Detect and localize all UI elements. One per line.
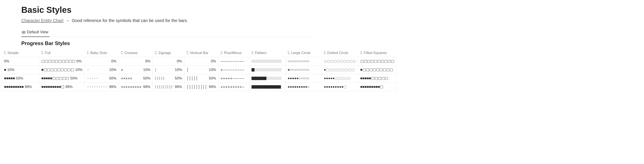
cell: ●●●●●●●●●◌ [322,83,358,91]
cell [249,83,285,91]
cell: +++++−−−−− [218,74,249,83]
table-row[interactable]: 0%▢▢▢▢▢▢▢▢▢▢ 0%0%0%0%0%−−−−−−−−−−○○○○○○○… [2,57,397,65]
cell: ⦚⦚⦚⦚⦚50% [153,74,184,83]
page-title: Basic Styles [21,5,644,15]
col-large-circle[interactable]: ΣLarge Circle [285,49,322,57]
cell: ■ 10% [2,65,39,74]
cell: 0% [85,57,119,65]
progress-bar-table: ΣSimple ΣFull ΣBaby Dots ΣCrosses ΣZigza… [2,49,397,91]
col-crosses[interactable]: ΣCrosses [118,49,153,57]
col-pattern[interactable]: ΣPattern [249,49,285,57]
arrow-icon: → [66,18,70,23]
subtitle-text: Good reference for the symbols that can … [72,18,188,23]
table-icon [22,30,26,34]
cell: ●◌◌◌◌◌◌◌◌◌ [322,65,358,74]
char-entity-link[interactable]: Character Entity Chart [21,18,64,23]
cell: ■■■■■▢▢▢▢▢ [358,74,396,83]
cell: ×××××50% [118,74,153,83]
cell: ■■■■■▢▢▢▢▢ 50% [39,74,85,83]
cell: ■■■■■■■■■ 99% [2,83,39,91]
cell [249,74,285,83]
cell: │││││││││99% [184,83,218,91]
cell [249,57,285,65]
cell: ·········99% [85,83,119,91]
cell: ×10% [118,65,153,74]
cell: │││││50% [184,74,218,83]
tab-label: Default View [27,30,48,34]
col-plus-minus[interactable]: ΣPlus/Minus [218,49,249,57]
cell: ■■■■■■■■■▢ 99% [39,83,85,91]
col-full[interactable]: ΣFull [39,49,85,57]
cell [249,65,285,74]
cell: 0% [184,57,218,65]
cell: ▢▢▢▢▢▢▢▢▢▢ 0% [39,57,85,65]
col-vertical-bar[interactable]: ΣVertical Bar [184,49,218,57]
cell: ■▢▢▢▢▢▢▢▢▢ [358,65,396,74]
col-dotted-circle[interactable]: ΣDotted Circle [322,49,358,57]
tab-default-view[interactable]: Default View [21,28,50,37]
cell: ⦚⦚⦚⦚⦚⦚⦚⦚⦚99% [153,83,184,91]
cell: │10% [184,65,218,74]
subtitle: Character Entity Chart → Good reference … [21,18,644,23]
cell: ▢▢▢▢▢▢▢▢▢▢ [358,57,396,65]
cell: ●○○○○○○○○○ [285,65,322,74]
cell: ●●●●●○○○○○ [285,74,322,83]
cell: ·····50% [85,74,119,83]
table-header-row: ΣSimple ΣFull ΣBaby Dots ΣCrosses ΣZigza… [2,49,397,57]
table-title: Progress Bar Styles [21,40,644,46]
cell: +−−−−−−−−− [218,65,249,74]
cell: ⦚10% [153,65,184,74]
col-simple[interactable]: ΣSimple [2,49,39,57]
cell: ◌◌◌◌◌◌◌◌◌◌ [322,57,358,65]
col-filled-squares[interactable]: ΣFilled Squares [358,49,396,57]
cell: 0% [118,57,153,65]
cell: ○○○○○○○○○○ [285,57,322,65]
cell: ■▢▢▢▢▢▢▢▢▢ 10% [39,65,85,74]
cell: ■■■■■ 50% [2,74,39,83]
cell: −−−−−−−−−− [218,57,249,65]
cell: ●●●●●◌◌◌◌◌ [322,74,358,83]
cell: +++++++++− [218,83,249,91]
col-zigzags[interactable]: ΣZigzags [153,49,184,57]
view-tabs: Default View [21,28,313,37]
cell: ×××××××××99% [118,83,153,91]
cell: ■■■■■■■■■▢ [358,83,396,91]
cell: ·10% [85,65,119,74]
cell: ●●●●●●●●●○ [285,83,322,91]
col-baby-dots[interactable]: ΣBaby Dots [85,49,119,57]
cell: 0% [153,57,184,65]
table-row[interactable]: ■■■■■ 50%■■■■■▢▢▢▢▢ 50%·····50%×××××50%⦚… [2,74,397,83]
table-row[interactable]: ■■■■■■■■■ 99%■■■■■■■■■▢ 99%·········99%×… [2,83,397,91]
table-row[interactable]: ■ 10%■▢▢▢▢▢▢▢▢▢ 10%·10%×10%⦚10%│10%+−−−−… [2,65,397,74]
cell: 0% [2,57,39,65]
